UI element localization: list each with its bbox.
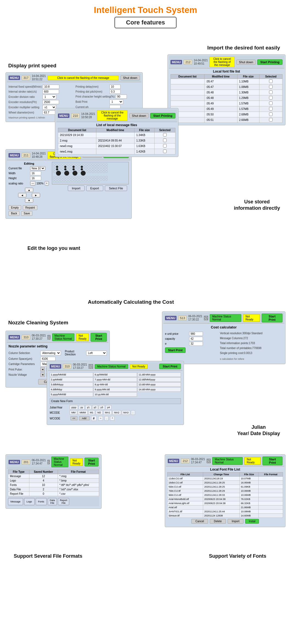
row-checkbox[interactable]	[163, 139, 167, 142]
dot[interactable]	[67, 181, 69, 183]
dot[interactable]	[94, 166, 97, 168]
repaint-btn[interactable]: Repaint	[23, 205, 37, 210]
third-input[interactable]	[189, 342, 203, 346]
dot[interactable]	[92, 168, 94, 170]
dot[interactable]	[53, 181, 55, 183]
dot[interactable]	[86, 176, 88, 178]
dot-big[interactable]	[56, 171, 61, 176]
row-checkbox[interactable]	[163, 133, 167, 137]
dot[interactable]	[75, 176, 77, 178]
dot[interactable]	[78, 163, 80, 165]
dot[interactable]	[56, 166, 58, 168]
dot[interactable]	[56, 176, 58, 178]
dot[interactable]	[97, 163, 99, 165]
import-btn[interactable]: Import	[68, 186, 85, 191]
pulse-minus-btn[interactable]: ◄	[40, 367, 45, 372]
dot[interactable]	[72, 166, 75, 168]
mcode-cell[interactable]: MA3	[122, 410, 130, 415]
date-format-item[interactable]: 3.ddMMyyy	[50, 382, 93, 387]
dot[interactable]	[100, 176, 102, 178]
dot[interactable]	[56, 168, 58, 170]
row-checkbox[interactable]	[163, 144, 167, 148]
dot[interactable]	[83, 163, 86, 165]
dot[interactable]	[81, 181, 83, 183]
arrow-left-btn[interactable]: <<	[71, 416, 77, 420]
row-checkbox[interactable]	[269, 90, 273, 94]
date-format-item[interactable]: 2.yyMMdd	[50, 377, 93, 382]
start-print-btn[interactable]: Start Printing	[150, 113, 175, 118]
cancel-flash-btn[interactable]: Click to cancel the flashing of the mess…	[47, 76, 119, 80]
arrow-left-btn[interactable]: ◄	[18, 193, 26, 197]
dot[interactable]	[89, 176, 91, 178]
dot[interactable]	[72, 176, 75, 178]
row-checkbox[interactable]	[269, 101, 273, 105]
fixed-speed-input[interactable]	[43, 85, 59, 89]
dot[interactable]	[61, 176, 64, 178]
julian-cell[interactable]: y1	[85, 405, 91, 410]
date-format-item[interactable]: 14.dd-MM-yyyy	[138, 387, 181, 392]
arrow-up-btn[interactable]: ▲	[25, 188, 33, 192]
dot[interactable]	[92, 178, 94, 181]
nav-message-btn[interactable]: Message	[8, 498, 23, 505]
dot[interactable]	[61, 166, 64, 168]
not-ready-btn[interactable]: Not Ready	[244, 457, 261, 465]
dot[interactable]	[83, 178, 86, 181]
start-print-btn[interactable]: Start Print	[159, 364, 181, 369]
dot-big[interactable]	[72, 171, 77, 176]
dot[interactable]	[75, 178, 77, 181]
dot[interactable]	[92, 171, 94, 173]
cancel-flash-btn[interactable]: Click to cancel the flashing of the mess…	[97, 110, 128, 121]
capacity-input[interactable]	[189, 337, 203, 341]
dot[interactable]	[75, 166, 77, 168]
direction-select[interactable]: Left	[86, 351, 107, 355]
col-space-input[interactable]	[40, 357, 55, 361]
colon-cell[interactable]: ~	[98, 416, 103, 421]
dot[interactable]	[64, 181, 66, 183]
dot[interactable]	[86, 178, 88, 181]
dot[interactable]	[64, 178, 66, 181]
dot[interactable]	[64, 163, 66, 165]
dot-pitch-input[interactable]	[110, 90, 121, 94]
dot[interactable]	[70, 168, 72, 170]
back-btn[interactable]: Back	[9, 211, 19, 216]
star-cell[interactable]: *	[110, 416, 114, 421]
dot[interactable]	[105, 178, 108, 181]
dot[interactable]	[105, 163, 108, 165]
scale-plus-btn[interactable]: +	[45, 181, 49, 186]
empty-btn[interactable]: Empty	[9, 205, 21, 210]
dot[interactable]	[81, 163, 83, 165]
dot[interactable]	[83, 176, 86, 178]
dot[interactable]	[70, 166, 72, 168]
dot[interactable]	[89, 163, 91, 165]
dot[interactable]	[94, 168, 97, 170]
multiplier-select[interactable]: x1	[43, 105, 56, 110]
dot[interactable]	[83, 181, 86, 183]
print-delay-input[interactable]	[110, 85, 121, 89]
mcode-cell[interactable]: MA1	[103, 410, 112, 415]
not-ready-btn[interactable]: Not Ready	[243, 314, 260, 322]
select-file-btn[interactable]: Select File	[105, 186, 127, 191]
shutdown-btn[interactable]: Shut down	[236, 60, 256, 65]
dot[interactable]	[103, 176, 105, 178]
dot[interactable]	[89, 181, 91, 183]
dot[interactable]	[70, 176, 72, 178]
dot[interactable]	[97, 178, 99, 181]
dot[interactable]	[94, 163, 97, 165]
dot-cell[interactable]: .	[105, 416, 109, 421]
date-format-item[interactable]: 5.yyyy/MM/dd	[50, 392, 93, 397]
dot[interactable]	[70, 178, 72, 181]
dot[interactable]	[103, 171, 105, 173]
start-print-btn[interactable]: Start Print	[91, 333, 107, 342]
dot[interactable]	[67, 163, 69, 165]
date-format-item[interactable]: 12.dd/MM/yyyy	[138, 377, 181, 382]
dot[interactable]	[53, 178, 55, 181]
dot[interactable]	[75, 168, 77, 170]
dot[interactable]	[105, 166, 108, 168]
dot[interactable]	[100, 166, 102, 168]
dot[interactable]	[81, 178, 83, 181]
resolution-input[interactable]	[43, 100, 59, 104]
dot[interactable]	[97, 166, 99, 168]
arrow-down-btn[interactable]: ▼	[25, 198, 33, 203]
dot[interactable]	[56, 163, 58, 165]
height-input[interactable]	[30, 176, 41, 180]
